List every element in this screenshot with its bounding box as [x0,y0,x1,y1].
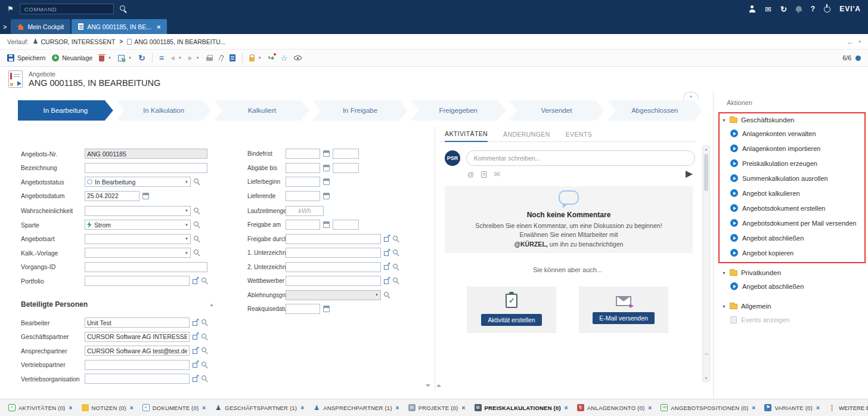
print-button[interactable] [206,55,213,61]
open-record-icon[interactable] [193,320,199,326]
help-icon[interactable]: ? [811,5,815,13]
expand-sidebar-icon[interactable]: > [3,23,7,30]
open-record-icon[interactable] [384,278,390,284]
dropdown-field[interactable]: ▼ [85,234,191,244]
send-icon[interactable] [686,171,693,178]
action-item-anlagenkonten-importieren[interactable]: Anlagenkonten importieren [722,141,862,156]
quick-action-button-e-mail-versenden[interactable]: E-Mail versenden [593,312,655,324]
export-button[interactable]: ▼ [118,55,132,61]
close-tab-icon[interactable]: × [565,405,568,411]
dropdown-caret-icon[interactable]: ▼ [182,251,188,255]
open-record-icon[interactable] [384,236,390,242]
search-icon[interactable] [393,278,399,284]
bottom-tab-notizen-0[interactable]: NOTIZEN (0)× [82,404,134,411]
bottom-tab-gesch-ftspartner-1[interactable]: ♟GESCHÄFTSPARTNER (1)× [215,404,304,411]
close-tab-icon[interactable]: × [69,405,72,411]
notifications-icon[interactable] [796,6,802,11]
command-input[interactable] [20,6,113,13]
open-record-icon[interactable] [193,334,199,340]
previous-record-button[interactable]: ◀▼ [170,55,182,61]
close-tab-icon[interactable]: × [752,405,755,411]
calendar-icon[interactable] [323,165,330,171]
delete-button[interactable]: ▼ [99,54,111,61]
attachment-button[interactable] [219,55,223,61]
mail-icon[interactable]: ✉ [494,171,500,178]
calendar-icon[interactable] [323,221,330,228]
search-icon[interactable] [194,178,200,185]
refresh-button[interactable]: ↻ [138,54,145,62]
expand-caret-icon[interactable]: ▼ [722,271,726,275]
field-input-2-unterzeichner[interactable] [286,262,381,272]
expand-caret-icon[interactable]: ▼ [722,304,726,309]
field-input-lieferende[interactable] [286,191,320,201]
dropdown-caret-icon[interactable]: ▼ [182,209,188,212]
action-item-angebot-abschlie-en[interactable]: Angebot abschließen [722,230,862,245]
dropdown-caret-icon[interactable]: ▼ [182,237,188,241]
action-group-header[interactable]: ▼Privatkunden [722,267,862,279]
next-caret-icon[interactable]: ▼ [196,56,200,60]
stage-in-bearbeitung[interactable]: In Bearbeitung [18,100,113,121]
close-tab-icon[interactable]: × [157,23,160,30]
calendar-icon[interactable] [142,193,149,199]
favorite-button[interactable]: ☆ [281,54,288,62]
field-input-vorgangs-id[interactable] [85,262,207,272]
field-input-angebotsdatum[interactable] [85,191,140,201]
search-icon[interactable] [194,208,200,214]
open-record-icon[interactable] [384,264,390,270]
field-input-secondary-abgabe-bis[interactable] [333,163,359,173]
action-item-angebotsdokument-per-mail-versenden[interactable]: Angebotsdokument per Mail versenden [722,215,862,230]
bottom-tab-variante-0[interactable]: ⚑VARIANTE (0)× [764,404,820,411]
command-box[interactable] [20,4,114,14]
close-tab-icon[interactable]: × [648,405,652,411]
search-icon[interactable] [202,334,208,340]
open-record-icon[interactable] [384,250,390,256]
window-tab-mein-cockpit[interactable]: Mein Cockpit [11,19,70,34]
field-input-1-unterzeichner[interactable] [286,248,381,258]
breadcrumb-item[interactable]: ♟CURSOR, INTERESSENT [33,38,116,45]
calendar-icon[interactable] [323,150,330,157]
dropdown-caret-icon[interactable]: ▼ [182,223,188,227]
scrollbar-thumb[interactable] [704,154,708,191]
search-icon[interactable] [202,375,208,382]
stage-freigegeben[interactable]: Freigegeben [411,100,506,121]
tab-aktivit-ten[interactable]: AKTIVITÄTEN [445,127,488,142]
search-icon[interactable] [384,292,390,298]
comment-input[interactable] [466,150,695,166]
watch-button[interactable] [294,56,302,60]
field-input-gesch-ftspartner[interactable] [85,332,190,342]
stage-in-kalkulation[interactable]: In Kalkulation [116,100,212,121]
calendar-icon[interactable] [323,178,330,185]
history-caret-icon[interactable]: ▾ [858,39,861,44]
calendar-icon[interactable] [323,193,330,199]
dropdown-caret-icon[interactable]: ▼ [182,180,188,184]
bottom-tab-aktivit-ten-0[interactable]: ✓AKTIVITÄTEN (0)× [8,404,73,411]
forward-button[interactable]: ↪ [268,54,274,61]
action-item-angebotsdokument-erstellen[interactable]: Angebotsdokument erstellen [722,201,862,215]
field-input-freigabe-am[interactable] [286,220,320,230]
search-icon[interactable] [202,319,208,326]
status-field[interactable]: In Bearbeitung▼ [85,177,191,187]
action-group-header[interactable]: ▼Allgemein [722,300,862,312]
back-icon[interactable]: ← [847,38,854,46]
document-button[interactable] [230,54,235,61]
open-record-icon[interactable] [193,278,199,284]
collapse-down-icon[interactable] [426,384,430,387]
expand-caret-icon[interactable]: ▼ [722,118,726,122]
field-input-secondary-bindefrist[interactable] [333,149,359,159]
bottom-tab-dokumente-0[interactable]: ≡DOKUMENTE (0)× [142,404,206,411]
dropdown-field[interactable]: ▼ [85,248,191,258]
open-record-icon[interactable] [193,348,199,354]
field-input-laufzeitmenge[interactable] [286,206,324,216]
scroll-down-icon[interactable]: ▼ [703,375,709,381]
field-input-portfolio[interactable] [85,276,190,286]
open-record-icon[interactable] [193,362,199,368]
logout-icon[interactable] [824,6,830,13]
field-input-freigabe-durch[interactable] [286,234,381,244]
search-icon[interactable] [202,362,208,368]
action-item-anlagenkonten-verwalten[interactable]: Anlagenkonten verwalten [722,126,862,141]
panel-resize-handles[interactable] [426,384,441,387]
bottom-tab-projekte-0[interactable]: ⊞PROJEKTE (0)× [408,404,466,411]
field-input-lieferbeginn[interactable] [286,177,320,187]
export-caret-icon[interactable]: ▼ [128,56,132,60]
stage-in-freigabe[interactable]: In Freigabe [312,100,408,121]
